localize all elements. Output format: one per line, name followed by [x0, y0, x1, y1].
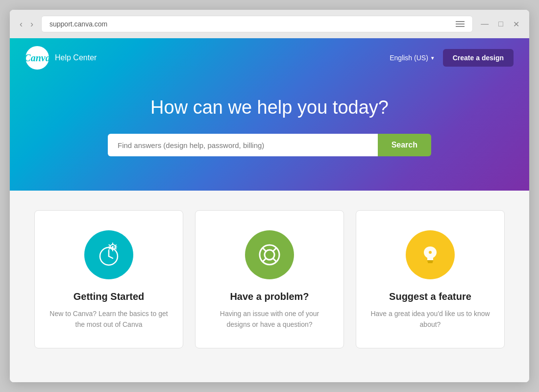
page-content: Canva Help Center English (US) ▼ Create …	[10, 38, 529, 382]
cards-section: Getting Started New to Canva? Learn the …	[10, 191, 529, 382]
card-title-getting-started: Getting Started	[47, 291, 171, 302]
header-right: English (US) ▼ Create a design	[390, 49, 514, 67]
svg-line-17	[273, 248, 276, 251]
card-have-a-problem[interactable]: Have a problem? Having an issue with one…	[195, 210, 344, 348]
forward-button[interactable]: ›	[28, 19, 35, 29]
minimize-button[interactable]: —	[479, 19, 490, 29]
maximize-button[interactable]: □	[496, 19, 505, 29]
suggest-feature-icon-circle	[406, 230, 455, 279]
browser-chrome: ‹ › support.canva.com — □ ✕	[10, 10, 529, 38]
card-desc-suggest-feature: Have a great idea you'd like us to know …	[368, 308, 492, 330]
close-button[interactable]: ✕	[511, 19, 521, 30]
chevron-down-icon: ▼	[430, 55, 435, 61]
address-bar[interactable]: support.canva.com	[41, 16, 473, 32]
browser-nav: ‹ ›	[18, 19, 35, 29]
search-bar: Search	[108, 134, 431, 156]
header-nav: Canva Help Center English (US) ▼ Create …	[10, 38, 529, 77]
language-selector[interactable]: English (US) ▼	[390, 54, 435, 62]
help-center-label: Help Center	[55, 53, 97, 62]
search-input[interactable]	[108, 134, 378, 156]
getting-started-icon-circle	[84, 230, 133, 279]
svg-line-18	[263, 258, 266, 262]
svg-point-21	[429, 251, 432, 254]
svg-line-9	[109, 248, 110, 249]
card-title-suggest-feature: Suggest a feature	[368, 291, 492, 302]
canva-logo-text: Canva	[24, 52, 50, 64]
hero-section: Canva Help Center English (US) ▼ Create …	[10, 38, 529, 191]
hero-title: How can we help you today?	[20, 97, 519, 118]
svg-point-4	[112, 246, 114, 248]
menu-icon	[456, 21, 465, 27]
cards-grid: Getting Started New to Canva? Learn the …	[34, 210, 505, 348]
card-desc-getting-started: New to Canva? Learn the basics to get th…	[47, 308, 171, 330]
browser-window: ‹ › support.canva.com — □ ✕ Canva	[10, 10, 529, 382]
card-getting-started[interactable]: Getting Started New to Canva? Learn the …	[34, 210, 183, 348]
card-suggest-feature[interactable]: Suggest a feature Have a great idea you'…	[356, 210, 505, 348]
language-text: English (US)	[390, 54, 428, 62]
svg-point-14	[265, 250, 274, 260]
svg-line-7	[109, 245, 110, 246]
lightbulb-icon	[417, 242, 443, 268]
back-button[interactable]: ‹	[18, 19, 24, 29]
search-button[interactable]: Search	[378, 134, 431, 156]
window-controls: — □ ✕	[479, 19, 521, 30]
hero-content: How can we help you today? Search	[10, 77, 529, 166]
svg-line-15	[263, 248, 266, 251]
have-problem-icon-circle	[245, 230, 294, 279]
card-title-have-a-problem: Have a problem?	[207, 291, 332, 302]
url-text: support.canva.com	[49, 20, 107, 28]
create-design-button[interactable]: Create a design	[443, 49, 514, 67]
clock-icon	[96, 242, 122, 268]
svg-line-10	[116, 245, 117, 246]
card-desc-have-a-problem: Having an issue with one of your designs…	[207, 308, 332, 330]
svg-line-16	[273, 258, 276, 262]
svg-rect-19	[427, 260, 433, 262]
svg-line-8	[116, 248, 117, 249]
svg-rect-20	[428, 262, 433, 263]
logo-area: Canva Help Center	[25, 46, 97, 70]
svg-line-2	[109, 256, 113, 258]
life-ring-icon	[256, 242, 283, 268]
canva-logo: Canva	[25, 46, 49, 70]
